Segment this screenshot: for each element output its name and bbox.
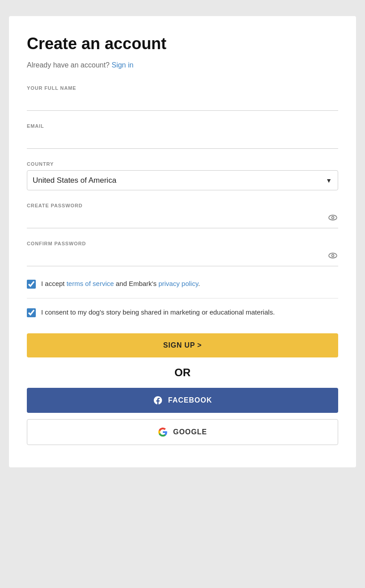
full-name-input[interactable]	[27, 94, 338, 111]
show-confirm-password-icon[interactable]	[327, 250, 338, 263]
privacy-policy-link[interactable]: privacy policy	[158, 280, 198, 287]
or-divider: OR	[27, 366, 338, 379]
signin-prompt-text: Already have an account?	[27, 61, 110, 69]
consent-label: I consent to my dog's story being shared…	[41, 307, 275, 318]
full-name-group: YOUR FULL NAME	[27, 85, 338, 111]
google-icon	[158, 427, 168, 437]
page-title: Create an account	[27, 34, 338, 53]
confirm-password-input[interactable]	[27, 250, 338, 266]
signin-prompt-row: Already have an account? Sign in	[27, 61, 338, 69]
full-name-label: YOUR FULL NAME	[27, 85, 338, 91]
email-input[interactable]	[27, 132, 338, 149]
terms-of-service-link[interactable]: terms of service	[67, 280, 114, 287]
signin-link[interactable]: Sign in	[111, 61, 133, 69]
consent-checkbox-row: I consent to my dog's story being shared…	[27, 307, 338, 318]
svg-point-0	[329, 215, 337, 220]
terms-text-middle: and Embark's	[114, 280, 159, 287]
terms-text-before: I accept	[41, 280, 67, 287]
create-password-wrapper	[27, 212, 338, 228]
svg-point-1	[332, 217, 334, 219]
signup-form: YOUR FULL NAME EMAIL COUNTRY United Stat…	[27, 85, 338, 445]
confirm-password-wrapper	[27, 250, 338, 266]
facebook-button-label: FACEBOOK	[168, 396, 212, 404]
facebook-icon	[153, 395, 163, 405]
signup-button[interactable]: SIGN UP >	[27, 333, 338, 357]
terms-text-after: .	[198, 280, 200, 287]
create-password-label: CREATE PASSWORD	[27, 203, 338, 208]
create-password-group: CREATE PASSWORD	[27, 203, 338, 228]
country-label: COUNTRY	[27, 161, 338, 167]
divider-1	[27, 298, 338, 298]
google-button[interactable]: GOOGLE	[27, 419, 338, 445]
show-password-icon[interactable]	[327, 212, 338, 225]
svg-point-3	[332, 255, 334, 257]
svg-point-2	[329, 253, 337, 258]
email-group: EMAIL	[27, 123, 338, 149]
country-group: COUNTRY United States of America Canada …	[27, 161, 338, 190]
terms-checkbox-row: I accept terms of service and Embark's p…	[27, 279, 338, 289]
country-select[interactable]: United States of America Canada United K…	[27, 170, 338, 190]
facebook-button[interactable]: FACEBOOK	[27, 388, 338, 413]
signup-card: Create an account Already have an accoun…	[9, 16, 356, 467]
create-password-input[interactable]	[27, 212, 338, 228]
google-button-label: GOOGLE	[173, 428, 207, 436]
confirm-password-label: CONFIRM PASSWORD	[27, 241, 338, 246]
terms-label: I accept terms of service and Embark's p…	[41, 279, 200, 289]
consent-checkbox[interactable]	[27, 308, 36, 317]
country-select-wrapper: United States of America Canada United K…	[27, 170, 338, 190]
email-label: EMAIL	[27, 123, 338, 129]
confirm-password-group: CONFIRM PASSWORD	[27, 241, 338, 266]
terms-checkbox[interactable]	[27, 280, 36, 289]
